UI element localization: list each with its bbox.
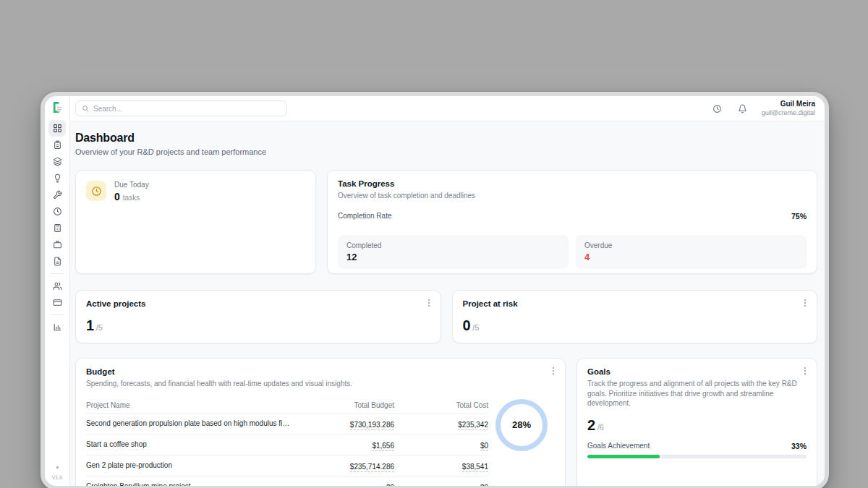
clock-icon (91, 186, 102, 197)
sidebar-footer: V1.0 (52, 466, 62, 486)
table-row[interactable]: Second generation propulsion plate based… (86, 414, 488, 435)
bell-icon (738, 104, 747, 114)
goals-total: /6 (597, 423, 604, 432)
due-today-icon-box (86, 181, 106, 201)
active-projects-value: 1 (86, 317, 94, 334)
calculator-icon (53, 223, 62, 233)
project-name-cell: Start a coffee shop (86, 440, 299, 448)
notifications-bell-button[interactable] (735, 100, 751, 116)
total-cost-cell[interactable]: $0 (480, 484, 488, 487)
sidebar-item-documents[interactable] (48, 253, 66, 270)
table-row[interactable]: Creighton Beryllium mine project $0 $0 (86, 476, 488, 487)
wrench-icon (53, 190, 62, 200)
users-icon (53, 281, 62, 291)
project-at-risk-card: Project at risk 0 /5 (452, 290, 818, 343)
project-at-risk-title: Project at risk (463, 299, 807, 308)
project-name-cell: Second generation propulsion plate based… (86, 419, 299, 427)
sidebar: V1.0 (45, 96, 70, 486)
column-total-budget: Total Budget (299, 401, 394, 409)
completed-stat-box: Completed 12 (338, 235, 569, 269)
bar-chart-icon (53, 322, 62, 332)
active-projects-title: Active projects (86, 299, 430, 308)
total-cost-cell[interactable]: $235,342 (458, 421, 488, 430)
sidebar-item-dashboard[interactable] (48, 120, 66, 137)
due-today-value: 0 (114, 191, 120, 202)
active-projects-card: Active projects 1 /5 (75, 290, 441, 343)
total-cost-cell[interactable]: $38,541 (462, 463, 488, 472)
task-progress-subtitle: Overview of task completion and deadline… (338, 191, 807, 201)
completion-rate-value: 75% (791, 212, 807, 221)
task-progress-card: Task Progress Overview of task completio… (327, 170, 817, 274)
sidebar-item-projects[interactable] (48, 153, 66, 170)
user-menu[interactable]: Guil Meira guil@creme.digital (762, 100, 815, 117)
kebab-menu-icon[interactable] (800, 365, 810, 377)
budget-table-header: Project Name Total Budget Total Cost (86, 398, 488, 414)
total-budget-cell[interactable]: $0 (386, 484, 394, 487)
budget-title: Budget (86, 367, 555, 376)
sidebar-item-analytics[interactable] (48, 319, 66, 335)
goals-value: 2 (587, 417, 595, 434)
sidebar-item-ideas[interactable] (48, 170, 66, 187)
total-budget-cell[interactable]: $235,714.286 (350, 463, 394, 472)
budget-card: Budget Spending, forecasts, and financia… (75, 358, 566, 486)
completed-label: Completed (346, 241, 560, 249)
lightbulb-icon (53, 174, 62, 183)
budget-donut-chart: 28% (495, 399, 548, 451)
kebab-menu-icon[interactable] (800, 297, 810, 309)
page-subtitle: Overview of your R&D projects and team p… (75, 147, 817, 156)
topbar: Search... Guil Meira guil@creme.digital (70, 96, 825, 121)
version-label: V1.0 (52, 475, 62, 480)
briefcase-icon (53, 240, 62, 249)
due-today-unit: tasks (123, 194, 140, 202)
due-today-text: Due Today 0 tasks (114, 181, 149, 202)
sidebar-divider (51, 273, 64, 274)
kebab-menu-icon[interactable] (424, 297, 434, 309)
sidebar-item-billing[interactable] (48, 294, 66, 311)
active-projects-total: /5 (96, 323, 103, 332)
history-clock-button[interactable] (710, 100, 726, 116)
sidebar-item-tasks[interactable] (48, 137, 66, 153)
project-name-cell: Creighton Beryllium mine project (86, 482, 299, 486)
project-at-risk-value: 0 (463, 317, 471, 334)
sidebar-divider (51, 314, 64, 315)
total-cost-cell[interactable]: $0 (480, 442, 488, 451)
app-window: V1.0 Search... Guil Meira (41, 92, 829, 488)
search-placeholder: Search... (93, 105, 122, 113)
status-dot (56, 466, 59, 468)
sidebar-item-portfolio[interactable] (48, 236, 66, 253)
budget-donut-value: 28% (512, 419, 531, 430)
task-progress-title: Task Progress (338, 179, 807, 188)
budget-subtitle: Spending, forecasts, and financial healt… (86, 379, 555, 389)
table-row[interactable]: Start a coffee shop $1,656 $0 (86, 435, 488, 455)
file-document-icon (53, 257, 62, 266)
dashboard-content: Dashboard Overview of your R&D projects … (70, 121, 825, 486)
clipboard-icon (53, 140, 62, 150)
table-row[interactable]: Gen 2 plate pre-production $235,714.286 … (86, 455, 488, 476)
credit-card-icon (53, 298, 62, 307)
dashboard-grid-icon (53, 124, 62, 133)
total-budget-cell[interactable]: $730,193.286 (350, 421, 394, 430)
total-budget-cell[interactable]: $1,656 (372, 442, 394, 451)
project-name-cell: Gen 2 plate pre-production (86, 461, 299, 469)
app-surface: V1.0 Search... Guil Meira (45, 96, 825, 486)
overdue-stat-box: Overdue 4 (576, 235, 807, 269)
overdue-value: 4 (584, 252, 798, 262)
sidebar-item-time[interactable] (48, 203, 66, 220)
search-icon (82, 105, 89, 112)
page-title: Dashboard (75, 132, 817, 145)
layers-icon (53, 157, 62, 166)
sidebar-item-team[interactable] (48, 278, 66, 294)
overdue-label: Overdue (584, 241, 798, 249)
project-at-risk-total: /5 (472, 323, 479, 332)
completed-value: 12 (346, 252, 560, 262)
search-input[interactable]: Search... (75, 100, 287, 116)
user-name: Guil Meira (762, 100, 815, 109)
kebab-menu-icon[interactable] (548, 365, 558, 377)
main-area: Search... Guil Meira guil@creme.digital (70, 96, 825, 486)
sidebar-item-calculator[interactable] (48, 220, 66, 236)
sidebar-item-tools[interactable] (48, 187, 66, 203)
goals-card: Goals Track the progress and alignment o… (576, 358, 817, 486)
column-project-name: Project Name (86, 401, 299, 409)
column-total-cost: Total Cost (394, 401, 488, 409)
goals-subtitle: Track the progress and alignment of all … (587, 379, 807, 408)
